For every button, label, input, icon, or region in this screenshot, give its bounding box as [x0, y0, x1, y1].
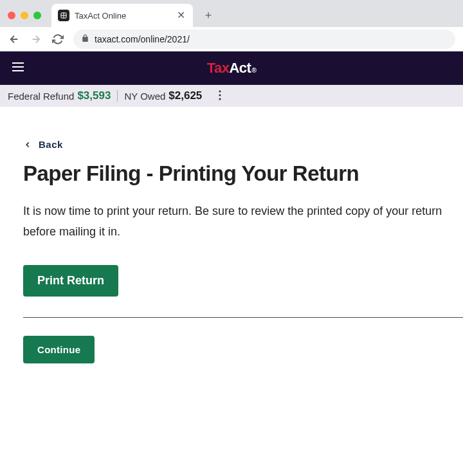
close-window-button[interactable] — [8, 12, 15, 19]
svg-point-5 — [219, 94, 221, 96]
url-text: taxact.com/online/2021/ — [95, 34, 190, 44]
page-title: Paper Filing - Printing Your Return — [23, 161, 463, 186]
browser-chrome: TaxAct Online ✕ + taxact.com/online/2021… — [0, 0, 463, 51]
new-tab-button[interactable]: + — [199, 6, 217, 24]
body-text: It is now time to print your return. Be … — [23, 201, 463, 242]
svg-point-6 — [219, 98, 221, 100]
status-bar: Federal Refund $3,593 NY Owed $2,625 — [0, 85, 463, 107]
tab-title: TaxAct Online — [75, 11, 170, 21]
state-amount: $2,625 — [168, 89, 202, 102]
chevron-left-icon — [23, 140, 32, 149]
svg-point-4 — [219, 90, 221, 92]
federal-amount: $3,593 — [77, 89, 111, 102]
close-tab-button[interactable]: ✕ — [176, 9, 186, 22]
maximize-window-button[interactable] — [33, 12, 41, 19]
divider — [117, 90, 118, 102]
continue-button[interactable]: Continue — [23, 336, 95, 363]
forward-button[interactable] — [30, 33, 42, 46]
back-button[interactable] — [8, 33, 21, 46]
state-label: NY Owed — [124, 91, 165, 102]
tab-favicon — [58, 10, 69, 21]
more-options-button[interactable] — [219, 90, 221, 102]
federal-refund-status: Federal Refund $3,593 — [8, 89, 111, 102]
logo: TaxAct® — [207, 60, 257, 77]
tab-bar: TaxAct Online ✕ + — [0, 0, 463, 27]
browser-tab[interactable]: TaxAct Online ✕ — [51, 4, 193, 27]
logo-act: Act — [229, 60, 251, 77]
logo-dot: ® — [251, 67, 256, 74]
back-label: Back — [39, 139, 63, 150]
back-link[interactable]: Back — [23, 139, 463, 150]
minimize-window-button[interactable] — [21, 12, 28, 19]
main-content: Back Paper Filing - Printing Your Return… — [0, 107, 463, 363]
logo-tax: Tax — [207, 60, 230, 77]
toolbar: taxact.com/online/2021/ — [0, 27, 463, 51]
address-bar[interactable]: taxact.com/online/2021/ — [73, 30, 455, 49]
state-owed-status: NY Owed $2,625 — [124, 89, 202, 102]
section-divider — [23, 317, 463, 318]
lock-icon — [81, 33, 89, 45]
window-controls — [8, 12, 41, 19]
menu-button[interactable] — [10, 59, 26, 77]
federal-label: Federal Refund — [8, 91, 74, 102]
print-return-button[interactable]: Print Return — [23, 265, 118, 297]
app-header: TaxAct® — [0, 51, 463, 85]
reload-button[interactable] — [51, 33, 64, 46]
